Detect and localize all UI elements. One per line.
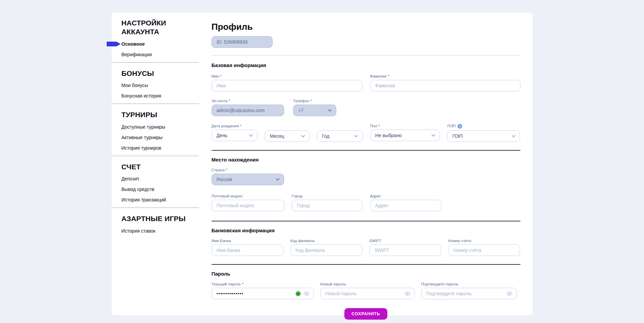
- location-heading: Место нахождения: [212, 157, 520, 163]
- eye-icon[interactable]: [303, 291, 310, 296]
- chevron-down-icon: [432, 133, 435, 136]
- current-password-label: Текущий пароль *: [212, 282, 314, 286]
- last-name-input[interactable]: [370, 80, 520, 91]
- sidebar-item-my-bonuses[interactable]: Мои бонусы: [112, 83, 199, 88]
- chevron-down-icon: [276, 177, 279, 180]
- birth-year-select[interactable]: Год: [317, 130, 363, 142]
- country-value: Россия: [217, 177, 232, 182]
- bank-name-label: Имя Банка: [212, 239, 283, 243]
- new-password-input[interactable]: [320, 288, 415, 299]
- sidebar-item-bonus-history[interactable]: Бонусная история: [112, 93, 199, 99]
- sidebar-divider: [112, 208, 199, 208]
- address-label: Адрес: [370, 194, 442, 198]
- gender-select[interactable]: Не выбрано: [370, 130, 440, 141]
- sidebar-item-label: История ставок: [122, 228, 155, 234]
- swift-input[interactable]: [369, 244, 441, 256]
- valid-check-icon: [296, 291, 301, 296]
- phone-label: Телефон *: [293, 99, 336, 103]
- branch-code-field: Код филиала: [291, 239, 362, 256]
- sidebar-item-label: Вывод средств: [122, 187, 155, 192]
- sidebar-section-title-tournaments: ТУРНИРЫ: [112, 110, 199, 119]
- sidebar-section-title-gambling: АЗАРТНЫЕ ИГРЫ: [112, 214, 199, 223]
- account-settings-card: НАСТРОЙКИ АККАУНТА Основное Верификация …: [112, 13, 533, 315]
- pep-select[interactable]: ПЭП: [447, 130, 520, 142]
- swift-label: SWIFT: [369, 239, 441, 243]
- account-number-input[interactable]: [448, 244, 520, 256]
- save-button[interactable]: СОХРАНИТЬ: [344, 308, 387, 320]
- first-name-label: Имя *: [212, 74, 363, 78]
- sidebar-item-verification[interactable]: Верификация: [112, 52, 199, 57]
- sidebar-item-tournament-history[interactable]: История турниров: [112, 145, 199, 151]
- country-label: Страна *: [212, 168, 284, 172]
- new-password-label: Новый пароль: [320, 282, 415, 286]
- birth-day-select[interactable]: День: [212, 130, 258, 141]
- branch-code-input[interactable]: [291, 244, 362, 256]
- sidebar-divider: [112, 156, 199, 156]
- sidebar-item-label: Доступные турниры: [122, 124, 166, 130]
- info-icon[interactable]: i: [457, 124, 462, 129]
- pep-label: ПЭПi: [447, 124, 520, 129]
- phone-code-value: +7: [298, 108, 304, 113]
- page-title: Профиль: [212, 22, 520, 32]
- last-name-field: Фамилия *: [370, 74, 520, 91]
- gender-value: Не выбрано: [375, 133, 402, 138]
- profile-id-input: [212, 36, 273, 48]
- birth-day-value: День: [217, 133, 228, 138]
- email-input: [212, 105, 284, 116]
- gender-label: Пол *: [370, 124, 440, 128]
- last-name-label: Фамилия *: [370, 74, 520, 78]
- sidebar-item-bet-history[interactable]: История ставок: [112, 228, 199, 234]
- first-name-input[interactable]: [212, 80, 363, 91]
- chevron-down-icon: [301, 133, 305, 137]
- sidebar-item-label: Депозит: [122, 176, 139, 181]
- pep-field: ПЭПi ПЭП: [447, 124, 520, 142]
- address-input[interactable]: [370, 200, 442, 211]
- branch-code-label: Код филиала: [291, 239, 362, 243]
- email-label: Эл.почта *: [212, 99, 284, 103]
- section-divider: [212, 150, 520, 151]
- postal-code-field: Почтовый индекс: [212, 194, 284, 211]
- sidebar-divider: [112, 62, 199, 63]
- chevron-down-icon: [249, 133, 253, 136]
- sidebar: НАСТРОЙКИ АККАУНТА Основное Верификация …: [112, 13, 199, 315]
- account-number-field: Номер счёта: [448, 239, 520, 256]
- chevron-down-icon: [354, 133, 358, 137]
- email-field: Эл.почта *: [212, 99, 284, 116]
- birth-day-field: Дата рождения * День: [212, 124, 258, 142]
- birth-month-value: Месяц: [270, 133, 284, 139]
- profile-main: Профиль Базовая информация Имя * Фамилия…: [212, 13, 520, 315]
- basic-info-heading: Базовая информация: [212, 62, 520, 68]
- city-input[interactable]: [292, 200, 363, 211]
- active-item-arrow-icon: [107, 42, 121, 46]
- bank-info-heading: Банковская информация: [212, 228, 520, 233]
- chevron-down-icon: [328, 108, 331, 111]
- section-divider: [212, 221, 520, 221]
- sidebar-item-withdrawal[interactable]: Вывод средств: [112, 187, 199, 192]
- birth-month-field: Месяц: [265, 124, 309, 142]
- eye-icon[interactable]: [404, 291, 411, 296]
- birth-month-select[interactable]: Месяц: [265, 130, 309, 142]
- sidebar-item-deposit[interactable]: Депозит: [112, 176, 199, 181]
- sidebar-item-active-tournaments[interactable]: Активные турниры: [112, 135, 199, 140]
- bank-name-input[interactable]: [212, 244, 283, 256]
- confirm-password-input[interactable]: [421, 288, 517, 299]
- birth-date-label: Дата рождения *: [212, 124, 258, 128]
- sidebar-item-available-tournaments[interactable]: Доступные турниры: [112, 124, 199, 130]
- sidebar-item-label: Активные турниры: [122, 135, 163, 140]
- password-heading: Пароль: [212, 271, 520, 277]
- sidebar-item-main[interactable]: Основное: [112, 41, 199, 47]
- postal-code-label: Почтовый индекс: [212, 194, 284, 198]
- sidebar-item-label: Основное: [122, 41, 145, 47]
- postal-code-input[interactable]: [212, 200, 284, 211]
- section-divider: [212, 55, 520, 56]
- phone-code-select: +7: [293, 105, 336, 116]
- sidebar-divider: [112, 104, 199, 104]
- sidebar-item-transaction-history[interactable]: История транзакций: [112, 197, 199, 202]
- sidebar-item-label: Бонусная история: [122, 93, 162, 99]
- birth-year-value: Год: [322, 133, 329, 139]
- city-label: Город: [292, 194, 363, 198]
- sidebar-item-label: История транзакций: [122, 197, 166, 202]
- eye-icon[interactable]: [506, 291, 513, 296]
- phone-field: Телефон * +7: [293, 99, 336, 116]
- sidebar-item-label: Верификация: [122, 52, 152, 57]
